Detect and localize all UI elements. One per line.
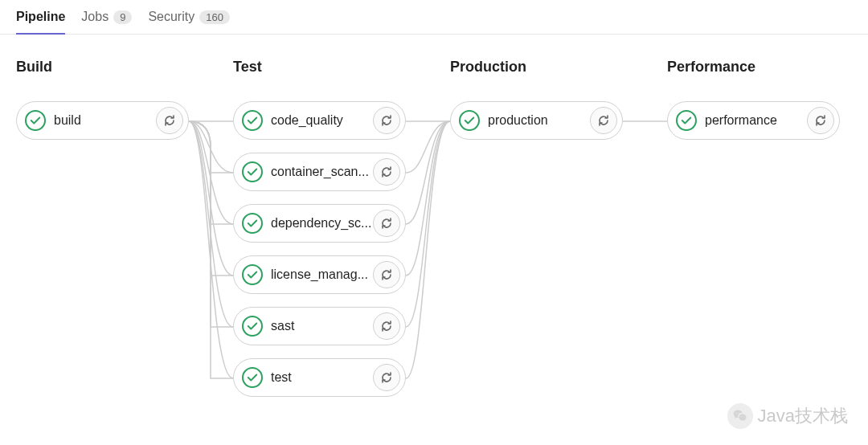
success-icon: [242, 161, 263, 182]
job-license-management[interactable]: license_manag...: [233, 255, 406, 294]
stage-performance: Performance performance: [667, 59, 840, 410]
success-icon: [242, 213, 263, 234]
success-icon: [25, 110, 46, 131]
pipeline-area: Build build Test code_quality: [0, 35, 868, 434]
stage-test: Test code_quality container_scan...: [233, 59, 406, 410]
success-icon: [459, 110, 480, 131]
job-dependency-scanning-label: dependency_sc...: [271, 216, 373, 231]
success-icon: [242, 110, 263, 131]
retry-button[interactable]: [373, 312, 400, 340]
tab-security-label: Security: [148, 10, 194, 24]
job-build-label: build: [54, 113, 156, 128]
job-sast[interactable]: sast: [233, 307, 406, 345]
job-container-scanning-label: container_scan...: [271, 165, 373, 179]
tabs-container: Pipeline Jobs 9 Security 160: [0, 0, 868, 35]
job-production[interactable]: production: [450, 101, 623, 140]
tab-jobs[interactable]: Jobs 9: [81, 10, 132, 34]
success-icon: [242, 316, 263, 337]
job-production-label: production: [488, 113, 590, 128]
stage-build: Build build: [16, 59, 189, 410]
tab-jobs-badge: 9: [113, 10, 132, 24]
retry-button[interactable]: [373, 364, 400, 391]
retry-button[interactable]: [156, 107, 183, 134]
success-icon: [242, 264, 263, 285]
stage-production-title: Production: [450, 59, 623, 76]
wechat-icon: [727, 403, 753, 429]
retry-button[interactable]: [373, 261, 400, 288]
retry-button[interactable]: [373, 107, 400, 134]
retry-button[interactable]: [373, 158, 400, 186]
job-code-quality[interactable]: code_quality: [233, 101, 406, 140]
tab-security[interactable]: Security 160: [148, 10, 230, 34]
retry-button[interactable]: [373, 210, 400, 237]
job-performance-label: performance: [705, 113, 807, 128]
success-icon: [676, 110, 697, 131]
watermark-text: Java技术栈: [758, 404, 848, 428]
retry-button[interactable]: [590, 107, 617, 134]
tab-pipeline-label: Pipeline: [16, 10, 65, 24]
stage-performance-title: Performance: [667, 59, 840, 76]
stage-production: Production production: [450, 59, 623, 410]
tab-jobs-label: Jobs: [81, 10, 108, 24]
job-build[interactable]: build: [16, 101, 189, 140]
tab-security-badge: 160: [199, 10, 230, 24]
job-code-quality-label: code_quality: [271, 113, 373, 128]
watermark: Java技术栈: [727, 403, 848, 429]
job-test-label: test: [271, 370, 373, 385]
job-performance[interactable]: performance: [667, 101, 840, 140]
retry-button[interactable]: [807, 107, 834, 134]
stage-test-title: Test: [233, 59, 406, 76]
job-test[interactable]: test: [233, 358, 406, 397]
stage-build-title: Build: [16, 59, 189, 76]
job-dependency-scanning[interactable]: dependency_sc...: [233, 204, 406, 243]
tab-pipeline[interactable]: Pipeline: [16, 10, 65, 34]
job-sast-label: sast: [271, 319, 373, 333]
job-container-scanning[interactable]: container_scan...: [233, 153, 406, 191]
job-license-management-label: license_manag...: [271, 267, 373, 282]
success-icon: [242, 367, 263, 388]
